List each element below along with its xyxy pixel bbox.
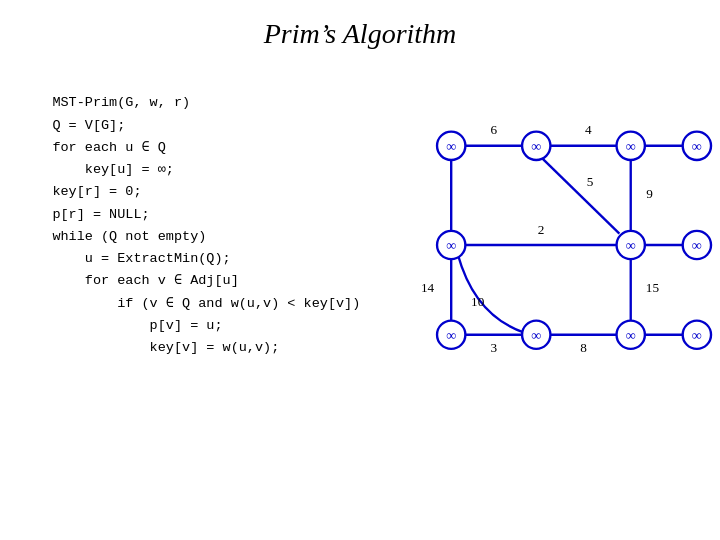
code-line-10: if (v ∈ Q and w(u,v) < key[v]) (20, 296, 360, 311)
svg-text:14: 14 (420, 280, 434, 295)
code-line-12: key[v] = w(u,v); (20, 340, 279, 355)
svg-text:∞: ∞ (691, 138, 701, 154)
svg-text:10: 10 (471, 294, 485, 309)
svg-text:∞: ∞ (625, 327, 635, 343)
svg-text:3: 3 (490, 340, 497, 355)
code-line-2: Q = V[G]; (20, 118, 125, 133)
svg-text:∞: ∞ (446, 138, 456, 154)
svg-text:∞: ∞ (625, 138, 635, 154)
svg-text:∞: ∞ (691, 237, 701, 253)
svg-text:4: 4 (584, 122, 591, 137)
svg-text:∞: ∞ (691, 327, 701, 343)
svg-text:15: 15 (645, 280, 659, 295)
code-line-1: MST-Prim(G, w, r) (52, 95, 190, 110)
graph-svg: 6 4 9 5 2 10 14 15 (352, 60, 720, 430)
svg-text:∞: ∞ (625, 237, 635, 253)
svg-text:5: 5 (586, 174, 593, 189)
code-line-9: for each v ∈ Adj[u] (20, 273, 239, 288)
svg-text:6: 6 (490, 122, 497, 137)
svg-text:∞: ∞ (446, 237, 456, 253)
svg-text:2: 2 (537, 222, 544, 237)
svg-text:∞: ∞ (531, 327, 541, 343)
code-line-6: p[r] = NULL; (20, 207, 150, 222)
page-title: Prim’s Algorithm (0, 0, 720, 60)
svg-text:9: 9 (646, 186, 653, 201)
svg-text:∞: ∞ (446, 327, 456, 343)
code-line-11: p[v] = u; (20, 318, 223, 333)
code-block: MST-Prim(G, w, r) Q = V[G]; for each u ∈… (20, 65, 342, 430)
code-line-4: key[u] = ∞; (20, 162, 174, 177)
code-line-3: for each u ∈ Q (20, 140, 166, 155)
svg-text:∞: ∞ (531, 138, 541, 154)
graph-area: 6 4 9 5 2 10 14 15 (352, 60, 720, 430)
code-line-7: while (Q not empty) (20, 229, 206, 244)
svg-line-7 (540, 157, 618, 234)
code-line-8: u = ExtractMin(Q); (20, 251, 231, 266)
svg-text:8: 8 (580, 340, 587, 355)
code-line-5: key[r] = 0; (20, 184, 142, 199)
